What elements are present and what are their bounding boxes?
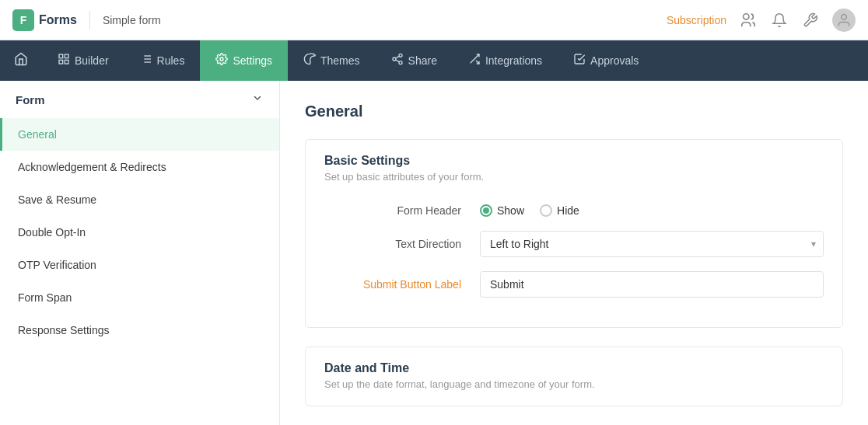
text-direction-control: Left to Right Right to Left ▾ xyxy=(480,231,824,257)
svg-line-17 xyxy=(395,56,399,58)
nav-settings-label: Settings xyxy=(233,54,272,67)
sidebar-item-label: General xyxy=(18,128,57,141)
tools-icon[interactable] xyxy=(801,11,820,30)
sidebar-item-otp[interactable]: OTP Verification xyxy=(0,249,279,281)
avatar[interactable] xyxy=(832,9,856,32)
sidebar-item-save-resume[interactable]: Save & Resume xyxy=(0,183,279,216)
home-icon xyxy=(14,52,28,69)
nav-builder[interactable]: Builder xyxy=(42,40,124,81)
nav-rules[interactable]: Rules xyxy=(124,40,201,81)
sidebar: Form General Acknowledgement & Redirects… xyxy=(0,81,280,425)
divider xyxy=(89,11,90,30)
nav-builder-label: Builder xyxy=(75,54,109,67)
svg-point-12 xyxy=(220,57,223,61)
form-name: Simple form xyxy=(103,14,161,26)
subscription-link[interactable]: Subscription xyxy=(667,14,726,26)
builder-icon xyxy=(58,53,70,68)
submit-label-input[interactable] xyxy=(480,271,824,298)
radio-show-option[interactable]: Show xyxy=(480,204,524,217)
app-logo: F Forms xyxy=(12,9,77,31)
svg-rect-5 xyxy=(65,60,68,64)
text-direction-label: Text Direction xyxy=(324,238,480,250)
sidebar-section-form[interactable]: Form xyxy=(0,81,279,118)
approvals-icon xyxy=(573,53,586,68)
svg-point-13 xyxy=(399,54,402,57)
sidebar-item-acknowledgement[interactable]: Acknowledgement & Redirects xyxy=(0,151,279,183)
submit-label-row: Submit Button Label xyxy=(324,271,824,298)
rules-icon xyxy=(140,53,152,68)
radio-hide-option[interactable]: Hide xyxy=(540,204,579,217)
svg-rect-4 xyxy=(59,60,63,64)
main-content: General Basic Settings Set up basic attr… xyxy=(280,81,868,425)
svg-point-14 xyxy=(393,57,396,61)
radio-hide-label: Hide xyxy=(557,204,579,217)
sidebar-item-form-span[interactable]: Form Span xyxy=(0,281,279,314)
integrations-icon xyxy=(468,53,481,68)
form-header-label: Form Header xyxy=(324,204,480,217)
sidebar-item-general[interactable]: General xyxy=(0,118,279,151)
themes-icon xyxy=(303,53,316,68)
sidebar-item-double-opt-in[interactable]: Double Opt-In xyxy=(0,216,279,249)
nav-home[interactable] xyxy=(0,40,42,81)
svg-point-15 xyxy=(399,61,402,64)
team-icon[interactable] xyxy=(739,11,758,30)
nav-approvals-label: Approvals xyxy=(590,54,639,67)
sidebar-item-label: Acknowledgement & Redirects xyxy=(18,161,166,173)
svg-rect-2 xyxy=(59,54,63,58)
text-direction-select-wrapper: Left to Right Right to Left ▾ xyxy=(480,231,824,257)
radio-show-label: Show xyxy=(497,204,524,217)
sidebar-item-label: Form Span xyxy=(18,291,72,304)
sidebar-item-label: Response Settings xyxy=(18,324,110,336)
nav-themes[interactable]: Themes xyxy=(288,40,376,81)
form-header-radio-group: Show Hide xyxy=(480,204,824,217)
app-name: Forms xyxy=(39,13,77,27)
bell-icon[interactable] xyxy=(770,11,789,30)
svg-rect-3 xyxy=(65,54,68,58)
nav-share[interactable]: Share xyxy=(376,40,453,81)
submit-label-control xyxy=(480,271,824,298)
nav-settings[interactable]: Settings xyxy=(200,40,288,81)
submit-label-label: Submit Button Label xyxy=(324,278,480,291)
section-title: Basic Settings xyxy=(324,154,824,168)
basic-settings-card: Basic Settings Set up basic attributes o… xyxy=(305,139,843,328)
nav-rules-label: Rules xyxy=(157,54,185,67)
sidebar-item-response-settings[interactable]: Response Settings xyxy=(0,314,279,347)
logo-icon: F xyxy=(12,9,34,31)
nav-share-label: Share xyxy=(408,54,437,67)
nav-bar: Builder Rules Settings Themes Share Inte… xyxy=(0,40,868,81)
date-time-title: Date and Time xyxy=(324,361,824,375)
radio-hide-input[interactable] xyxy=(540,204,552,217)
sidebar-section-label: Form xyxy=(16,93,45,106)
text-direction-row: Text Direction Left to Right Right to Le… xyxy=(324,231,824,257)
form-header-row: Form Header Show xyxy=(324,204,824,217)
sidebar-item-label: Save & Resume xyxy=(18,193,96,206)
text-direction-select[interactable]: Left to Right Right to Left xyxy=(480,231,824,257)
chevron-down-icon xyxy=(251,92,264,107)
nav-approvals[interactable]: Approvals xyxy=(558,40,654,81)
nav-integrations[interactable]: Integrations xyxy=(453,40,558,81)
form-header-control: Show Hide xyxy=(480,204,824,217)
date-time-card: Date and Time Set up the date format, la… xyxy=(305,347,843,406)
sidebar-item-label: Double Opt-In xyxy=(18,226,86,239)
date-time-desc: Set up the date format, language and tim… xyxy=(324,378,824,390)
nav-integrations-label: Integrations xyxy=(485,54,542,67)
share-icon xyxy=(391,53,404,68)
section-desc: Set up basic attributes of your form. xyxy=(324,171,824,183)
sidebar-item-label: OTP Verification xyxy=(18,259,96,271)
svg-point-1 xyxy=(842,14,847,19)
svg-point-0 xyxy=(744,13,749,19)
svg-line-16 xyxy=(395,60,399,62)
page-title: General xyxy=(305,103,843,120)
nav-themes-label: Themes xyxy=(320,54,360,67)
settings-icon xyxy=(215,53,228,68)
